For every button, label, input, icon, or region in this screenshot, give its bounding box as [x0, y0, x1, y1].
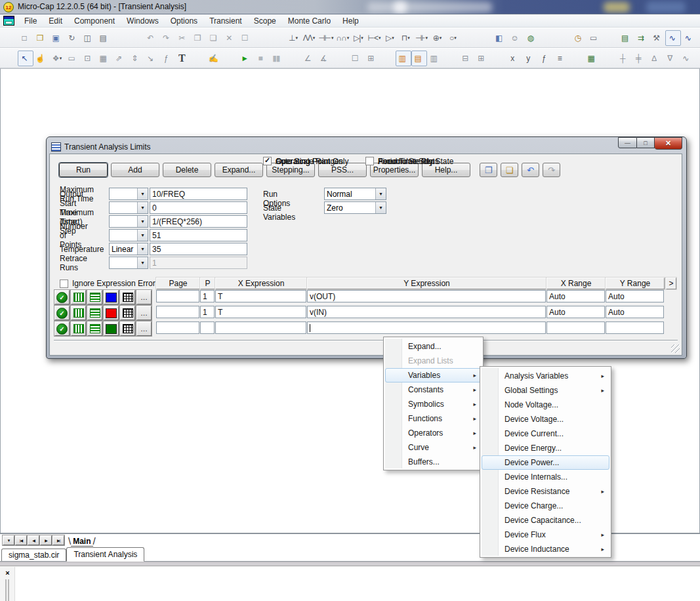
temperature-method-combo[interactable]: Linear ▼	[109, 243, 148, 255]
menubar-item[interactable]: Edit	[43, 14, 68, 28]
x-range-cell[interactable]: Auto	[546, 306, 605, 318]
minimize-button[interactable]: —	[618, 137, 637, 148]
formula-button[interactable]: ƒ ▾	[159, 51, 175, 66]
x-range-cell[interactable]	[546, 321, 605, 334]
edit-grid-button[interactable]: ▦ ▾	[585, 51, 600, 66]
valley-button[interactable]: ∇ ▾	[663, 51, 679, 66]
properties-button[interactable]: ✍ ▾	[207, 51, 222, 66]
scale-diag-button[interactable]: ⇗ ▾	[112, 51, 128, 66]
animate-button[interactable]: ◷ ▾	[571, 30, 587, 46]
component-panel-button[interactable]: ◧ ▾	[492, 30, 508, 46]
copy-button[interactable]: ❐ ▾	[191, 30, 207, 46]
scale-mode-button[interactable]: ▦ ▾	[96, 51, 112, 66]
cursor-horizontal-button[interactable]: ┼ ▾	[616, 51, 632, 66]
scale-limits-button[interactable]: ∠ ▾	[301, 51, 317, 66]
page-cell[interactable]	[156, 290, 199, 302]
panel-close-button[interactable]: ×	[3, 568, 12, 577]
numeric-output-button[interactable]	[120, 306, 135, 320]
text-mode-button[interactable]: T ▾	[175, 51, 191, 66]
context-menu-item[interactable]: Symbolics ▸	[385, 397, 482, 411]
menubar-item[interactable]: Monte Carlo	[282, 14, 337, 28]
context-menu-item[interactable]: Curve ▸	[385, 440, 482, 455]
open-circuit-button[interactable]: ❒ ▾	[33, 30, 49, 46]
dialog-action-button[interactable]: Delete	[163, 163, 211, 177]
options-combo[interactable]: Zero ▼	[324, 201, 386, 214]
run-button[interactable]: ► ▾	[238, 51, 254, 66]
menubar-item[interactable]: Scope	[248, 14, 282, 28]
preferences-button[interactable]: ▤ ▾	[618, 30, 634, 46]
paste-button[interactable]: ❏ ▾	[207, 30, 222, 46]
temperature-method-combo[interactable]: ▼	[109, 215, 148, 228]
field-input[interactable]: 35	[150, 243, 247, 255]
submenu-item[interactable]: Device Flux ▸	[482, 528, 609, 542]
dialog-titlebar[interactable]: Transient Analysis Limits — □ ✕	[49, 140, 684, 154]
undo-limits-button[interactable]: ↶	[522, 163, 539, 177]
context-menu-item[interactable]: Functions ▸	[385, 411, 482, 426]
battery-component-button[interactable]: ⊣⊦ ▾	[413, 30, 429, 46]
maximize-button[interactable]: □	[637, 137, 655, 148]
redo-limits-button[interactable]: ↷	[543, 163, 560, 177]
low-button[interactable]: ≀ ▾	[695, 51, 700, 66]
save-button[interactable]: ▣ ▾	[49, 30, 65, 46]
context-menu-item[interactable]: Variables ▸	[385, 368, 482, 383]
menubar-item[interactable]: Options	[165, 14, 203, 28]
column-header-y-expression[interactable]: Y Expression	[307, 278, 546, 289]
submenu-item[interactable]: Node Voltage... ▸	[482, 398, 609, 412]
revert-button[interactable]: ↻ ▾	[65, 30, 81, 46]
field-input[interactable]: 1	[150, 257, 247, 269]
stop-button[interactable]: ■ ▾	[254, 51, 270, 66]
combo-arrow-icon[interactable]: ▼	[137, 257, 148, 268]
cursor-crosshair-button[interactable]: ⊞ ▾	[474, 51, 490, 66]
context-menu-item[interactable]: Expand... ▸	[385, 339, 482, 354]
page-list-dropdown[interactable]: ▼	[3, 535, 14, 545]
resize-grip[interactable]	[671, 344, 680, 353]
page-cell[interactable]	[156, 321, 199, 334]
y-range-cell[interactable]: Auto	[606, 306, 664, 318]
plot-pane-vertical2-button[interactable]: ▥ ▾	[427, 51, 443, 66]
print-button[interactable]: ▤ ▾	[96, 30, 112, 46]
scale-auto-button[interactable]: ∡ ▾	[317, 51, 333, 66]
goto-list-button[interactable]: ⇉ ▾	[634, 30, 649, 46]
y-expression-cell[interactable]: v(IN)	[307, 306, 546, 318]
transistor-component-button[interactable]: ⊢< ▾	[366, 30, 382, 46]
zoom-lines-button[interactable]: ≡ ▾	[553, 51, 569, 66]
submenu-item[interactable]: Device Resistance ▸	[482, 484, 609, 499]
scale-point-button[interactable]: ↘ ▾	[144, 51, 159, 66]
y-range-cell[interactable]: Auto	[606, 290, 664, 302]
analysis-window-button[interactable]: ∿ ▾	[665, 30, 681, 46]
inductor-component-button[interactable]: ∩∩ ▾	[335, 30, 350, 46]
x-grid-button[interactable]	[71, 290, 86, 304]
text-panel-area[interactable]	[14, 567, 700, 601]
temperature-method-combo[interactable]: ▼	[109, 229, 148, 241]
temperature-method-combo[interactable]: ▼	[109, 201, 148, 214]
temperature-method-combo[interactable]: ▼	[109, 257, 148, 269]
plot-enable-button[interactable]: ✓	[54, 321, 70, 336]
context-menu-item[interactable]: Operators ▸	[385, 426, 482, 440]
plot-enable-button[interactable]: ✓	[54, 306, 70, 320]
submenu-item[interactable]: Device Capacitance... ▸	[482, 513, 609, 528]
cursor-vertical-button[interactable]: ╪ ▾	[632, 51, 648, 66]
menubar-item[interactable]: File	[18, 14, 43, 28]
row-options-button[interactable]: …	[136, 321, 152, 336]
y-grid-button[interactable]	[87, 321, 102, 336]
field-input[interactable]: 0	[150, 201, 247, 214]
zoom-y-button[interactable]: y ▾	[522, 51, 537, 66]
resistor-component-button[interactable]: ΛΛ ▾	[301, 30, 317, 46]
y-expression-cell[interactable]	[307, 321, 546, 334]
x-expression-cell[interactable]	[215, 321, 306, 334]
submenu-item[interactable]: Device Energy... ▸	[482, 441, 609, 455]
submenu-item[interactable]: Device Current... ▸	[482, 426, 609, 441]
plot-pane-vertical-button[interactable]: ▥ ▾	[396, 51, 411, 66]
combo-arrow-icon[interactable]: ▼	[137, 202, 148, 213]
dialog-action-button[interactable]: Expand...	[215, 163, 263, 177]
submenu-item[interactable]: Device Power... ▸	[482, 455, 609, 470]
submenu-item[interactable]: Analysis Variables ▸	[482, 369, 609, 383]
plot-enable-button[interactable]: ✓	[54, 290, 70, 304]
column-header-x-expression[interactable]: X Expression	[215, 278, 307, 289]
first-page-button[interactable]: |◀	[15, 535, 27, 545]
field-input[interactable]: 51	[150, 229, 247, 241]
document-icon[interactable]	[3, 16, 14, 26]
web-update-button[interactable]: ◍ ▾	[524, 30, 539, 46]
combo-arrow-icon[interactable]: ▼	[137, 216, 148, 227]
one-curve-button[interactable]: ⊟ ▾	[459, 51, 474, 66]
